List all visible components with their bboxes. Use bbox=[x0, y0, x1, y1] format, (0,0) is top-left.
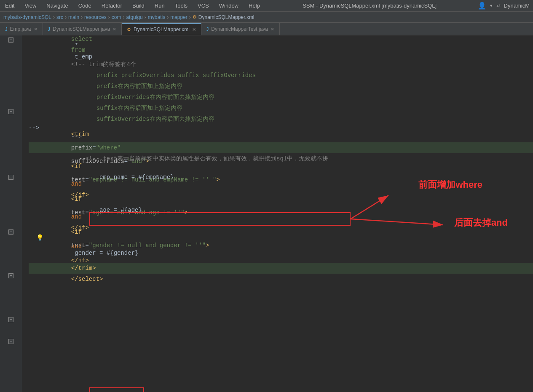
breadcrumb-com[interactable]: com bbox=[112, 14, 121, 20]
editor-gutter: − − − − − − − bbox=[0, 35, 22, 392]
menubar-right: 👤 ▾ ↩ DynamicM bbox=[478, 2, 530, 10]
tab-dynamicmapper-close[interactable]: ✕ bbox=[112, 27, 116, 32]
tab-emp-java[interactable]: J Emp.java ✕ bbox=[0, 23, 43, 35]
tab-emp-label: Emp.java bbox=[10, 26, 31, 32]
code-select-endname: select bbox=[78, 276, 99, 283]
tab-xml-close[interactable]: ✕ bbox=[192, 27, 196, 32]
line-comment-suffixoverrides: suffixOverrides在内容后面去掉指定内容 bbox=[29, 114, 533, 125]
tab-test-label: DynamicMapperTest.java bbox=[211, 26, 268, 32]
breadcrumb-resources[interactable]: resources bbox=[84, 14, 107, 20]
tab-emp-close[interactable]: ✕ bbox=[34, 27, 37, 32]
breadcrumb: mybatis-dynamicSQL › src › main › resour… bbox=[0, 12, 533, 23]
editor-container: − − − − − − − 💡 bbox=[0, 35, 533, 392]
fold-marker-5[interactable]: − bbox=[8, 273, 13, 278]
window-title: SSM - DynamicSQLMapper.xml [mybatis-dyna… bbox=[268, 3, 471, 9]
breadcrumb-atguigu[interactable]: atguigu bbox=[126, 14, 142, 20]
annotation-and: 后面去掉and bbox=[454, 216, 508, 229]
tab-dynamicmappertest-java[interactable]: J DynamicMapperTest.java ✕ bbox=[201, 23, 280, 35]
tab-java-icon: J bbox=[5, 27, 8, 32]
fold-marker-4[interactable]: − bbox=[8, 229, 13, 235]
code-trim-open-bracket: < bbox=[71, 131, 75, 138]
menu-vcs[interactable]: VCS bbox=[196, 2, 211, 10]
menu-run[interactable]: Run bbox=[153, 2, 166, 10]
breadcrumb-main[interactable]: main bbox=[68, 14, 79, 20]
fold-marker-7[interactable]: − bbox=[8, 339, 13, 344]
menu-help[interactable]: Help bbox=[247, 2, 262, 10]
breadcrumb-icon: ⚙ bbox=[193, 14, 197, 20]
breadcrumb-mapper[interactable]: mapper bbox=[170, 14, 187, 20]
user-icon[interactable]: 👤 bbox=[478, 2, 486, 10]
menu-view[interactable]: View bbox=[23, 2, 38, 10]
app-window: Edit View Navigate Code Refactor Build R… bbox=[0, 0, 533, 392]
menu-navigate[interactable]: Navigate bbox=[45, 2, 70, 10]
menubar: Edit View Navigate Code Refactor Build R… bbox=[0, 0, 533, 12]
annotation-and-text: 后面去掉and bbox=[454, 217, 508, 228]
lightbulb-icon[interactable]: 💡 bbox=[36, 234, 43, 241]
menu-build[interactable]: Build bbox=[131, 2, 146, 10]
fold-marker-6[interactable]: − bbox=[8, 317, 13, 322]
menu-window[interactable]: Window bbox=[217, 2, 240, 10]
tab-java-icon2: J bbox=[48, 27, 51, 32]
code-from: from bbox=[71, 47, 86, 53]
tabs-bar: J Emp.java ✕ J DynamicSQLMapper.java ✕ ⚙… bbox=[0, 23, 533, 35]
tab-xml-icon: ⚙ bbox=[127, 27, 131, 32]
fold-marker-2[interactable]: − bbox=[8, 109, 13, 114]
dynmic-label: DynamicM bbox=[504, 3, 530, 9]
menu-tools[interactable]: Tools bbox=[173, 2, 189, 10]
code-select-endtag: </ bbox=[71, 276, 78, 283]
menu-refactor[interactable]: Refactor bbox=[100, 2, 124, 10]
nav-back-icon[interactable]: ↩ bbox=[496, 2, 501, 10]
line-select-close: </select> bbox=[29, 274, 533, 285]
redbox-trim-close bbox=[89, 387, 144, 392]
breadcrumb-filename: DynamicSQLMapper.xml bbox=[198, 14, 254, 20]
breadcrumb-mybatis[interactable]: mybatis bbox=[148, 14, 165, 20]
tab-dynamicmapper-label: DynamicSQLMapper.java bbox=[53, 26, 110, 32]
menu-code[interactable]: Code bbox=[77, 2, 93, 10]
breadcrumb-project[interactable]: mybatis-dynamicSQL bbox=[3, 14, 51, 20]
arrow-icon: ▾ bbox=[490, 2, 493, 9]
annotation-where-text: 前面增加where bbox=[418, 179, 482, 190]
tab-xml-label: DynamicSQLMapper.xml bbox=[134, 27, 190, 32]
code-comment-suffixoverrides: suffixOverrides在内容后面去掉指定内容 bbox=[96, 116, 214, 123]
code-area[interactable]: 💡 bbox=[22, 35, 533, 392]
menu-edit[interactable]: Edit bbox=[3, 2, 16, 10]
fold-marker-1[interactable]: − bbox=[8, 37, 13, 43]
code-select-endbracket: > bbox=[99, 276, 103, 283]
fold-marker-3[interactable]: − bbox=[8, 175, 13, 180]
tab-dynamicmapper-xml[interactable]: ⚙ DynamicSQLMapper.xml ✕ bbox=[122, 23, 201, 35]
tab-dynamicmapper-java[interactable]: J DynamicSQLMapper.java ✕ bbox=[43, 23, 122, 35]
breadcrumb-src[interactable]: src bbox=[56, 14, 63, 20]
annotation-where: 前面增加where bbox=[418, 179, 482, 191]
code-trim-tagname: trim bbox=[75, 131, 89, 138]
code-lines: select * from t_emp <!-- trim的标签有4个 bbox=[22, 35, 533, 286]
tab-java-icon3: J bbox=[206, 27, 209, 32]
tab-test-close[interactable]: ✕ bbox=[271, 27, 274, 32]
